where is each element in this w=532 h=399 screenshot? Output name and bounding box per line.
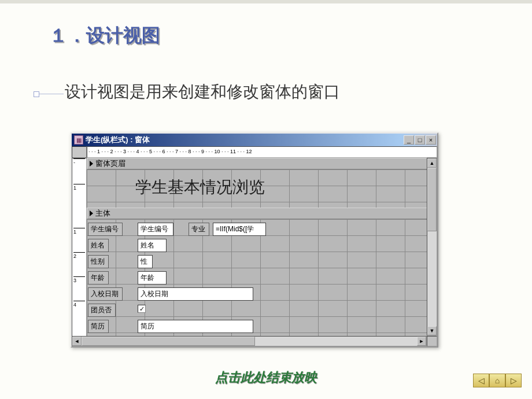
bullet-line	[39, 94, 64, 94]
section-header-label: 窗体页眉	[95, 158, 125, 169]
window-titlebar[interactable]: ▦ 学生(纵栏式) : 窗体 _ □ ×	[72, 134, 437, 146]
field-label[interactable]: 学生编号	[88, 223, 123, 236]
section-body-label: 主体	[95, 208, 110, 219]
field-label[interactable]: 简历	[88, 320, 109, 333]
vertical-ruler[interactable]: - 1 1 2 3 4	[72, 158, 87, 346]
slide-title: １．设计视图	[49, 23, 160, 49]
section-body-bar[interactable]: 主体	[87, 208, 437, 219]
close-button[interactable]: ×	[426, 135, 436, 145]
field-textbox[interactable]: 学生编号	[138, 223, 173, 236]
size-grip[interactable]	[427, 336, 437, 346]
scroll-left-button[interactable]: ◄	[72, 337, 82, 346]
footer-link[interactable]: 点击此处结束放映	[215, 369, 317, 386]
field-textbox[interactable]: 简历	[138, 320, 253, 333]
scroll-right-button[interactable]: ►	[417, 337, 426, 346]
field-textbox[interactable]: 年龄	[138, 271, 167, 285]
nav-home-button[interactable]: ⌂	[489, 374, 505, 387]
field-textbox[interactable]: 姓名	[138, 239, 167, 252]
scroll-thumb-vertical[interactable]	[427, 168, 437, 231]
window-title-text: 学生(纵栏式) : 窗体	[86, 135, 404, 145]
form-body-section[interactable]: 学生编号学生编号专业=IIf(Mid$([学姓名姓名性别性年龄年龄入校日期入校日…	[87, 219, 437, 341]
slide-top-border	[0, 0, 532, 3]
form-icon: ▦	[74, 135, 83, 145]
horizontal-scrollbar[interactable]: ◄ ►	[72, 336, 427, 346]
vertical-scrollbar[interactable]: ▲ ▼	[427, 158, 437, 336]
field-label[interactable]: 姓名	[88, 239, 109, 252]
slide-subtitle: 设计视图是用来创建和修改窗体的窗口	[65, 81, 340, 103]
minimize-button[interactable]: _	[404, 135, 414, 145]
form-header-section[interactable]: 学生基本情况浏览	[87, 169, 437, 208]
field-label[interactable]: 专业	[189, 223, 209, 236]
field-textbox[interactable]: 入校日期	[138, 287, 253, 301]
field-label[interactable]: 性别	[88, 255, 109, 268]
field-textbox[interactable]: =IIf(Mid$([学	[213, 223, 266, 236]
nav-next-button[interactable]: ▷	[505, 374, 522, 387]
section-header-bar[interactable]: 窗体页眉	[87, 158, 437, 169]
ruler-corner[interactable]	[72, 146, 87, 158]
scroll-thumb-horizontal[interactable]	[82, 337, 255, 346]
maximize-button[interactable]: □	[415, 135, 425, 145]
nav-prev-button[interactable]: ◁	[473, 374, 489, 387]
field-label[interactable]: 入校日期	[88, 287, 123, 301]
field-label[interactable]: 年龄	[88, 271, 109, 285]
checkbox-control[interactable]: ✓	[138, 305, 146, 313]
horizontal-ruler[interactable]: · · · 1 · · · 2 · · · 3 · · · 4 · · · 5 …	[87, 146, 437, 158]
section-handle-icon	[90, 210, 93, 216]
section-handle-icon	[90, 161, 93, 167]
access-design-window: ▦ 学生(纵栏式) : 窗体 _ □ × · · · 1 · · · 2 · ·…	[71, 132, 438, 348]
form-title-label[interactable]: 学生基本情况浏览	[135, 176, 265, 198]
slide-nav-controls: ◁ ⌂ ▷	[473, 374, 522, 387]
field-label[interactable]: 团员否	[88, 304, 116, 317]
scroll-down-button[interactable]: ▼	[427, 326, 437, 335]
bullet-icon	[34, 91, 39, 97]
scroll-up-button[interactable]: ▲	[427, 158, 437, 168]
field-textbox[interactable]: 性	[138, 255, 153, 268]
form-design-area[interactable]: 窗体页眉 学生基本情况浏览 主体 学生编号学生编号专业=IIf(Mid$([学姓…	[87, 158, 437, 346]
